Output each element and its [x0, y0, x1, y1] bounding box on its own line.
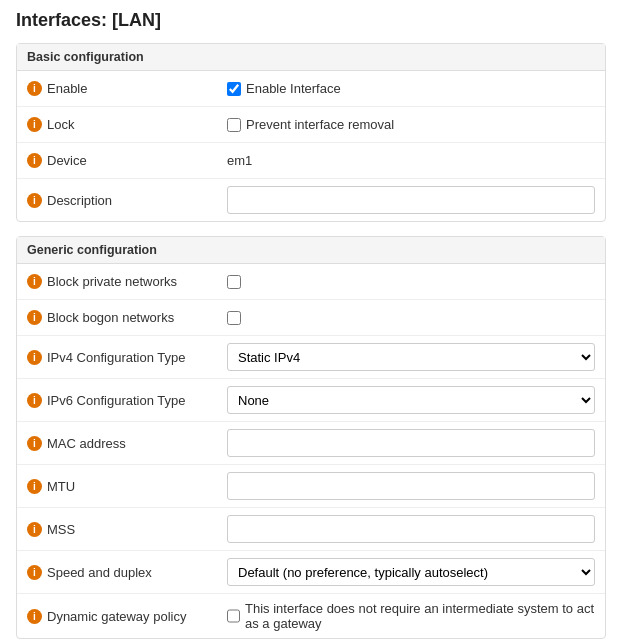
basic-config-section: Basic configuration i Enable Enable Inte… — [16, 43, 606, 222]
speed-duplex-select[interactable]: Default (no preference, typically autose… — [227, 558, 595, 586]
enable-info-icon[interactable]: i — [27, 81, 42, 96]
ipv4-config-type-row: i IPv4 Configuration Type None Static IP… — [17, 336, 605, 379]
basic-config-header: Basic configuration — [17, 44, 605, 71]
block-private-checkbox[interactable] — [227, 275, 241, 289]
mac-address-label-col: i MAC address — [27, 436, 227, 451]
ipv4-config-type-info-icon[interactable]: i — [27, 350, 42, 365]
mss-input[interactable] — [227, 515, 595, 543]
dynamic-gateway-checkbox-text: This interface does not require an inter… — [245, 601, 595, 631]
description-label: Description — [47, 193, 112, 208]
block-private-row: i Block private networks — [17, 264, 605, 300]
ipv6-config-type-info-icon[interactable]: i — [27, 393, 42, 408]
description-row: i Description — [17, 179, 605, 221]
generic-config-section: Generic configuration i Block private ne… — [16, 236, 606, 639]
mtu-label: MTU — [47, 479, 75, 494]
block-bogon-row: i Block bogon networks — [17, 300, 605, 336]
mtu-input[interactable] — [227, 472, 595, 500]
description-control — [227, 186, 595, 214]
device-label: Device — [47, 153, 87, 168]
page-title: Interfaces: [LAN] — [16, 10, 606, 31]
speed-duplex-row: i Speed and duplex Default (no preferenc… — [17, 551, 605, 594]
generic-config-header: Generic configuration — [17, 237, 605, 264]
speed-duplex-label-col: i Speed and duplex — [27, 565, 227, 580]
description-input[interactable] — [227, 186, 595, 214]
enable-checkbox-label[interactable]: Enable Interface — [227, 81, 341, 96]
enable-control: Enable Interface — [227, 81, 595, 96]
block-bogon-label: Block bogon networks — [47, 310, 174, 325]
speed-duplex-info-icon[interactable]: i — [27, 565, 42, 580]
lock-checkbox-text: Prevent interface removal — [246, 117, 394, 132]
enable-row: i Enable Enable Interface — [17, 71, 605, 107]
block-private-control — [227, 275, 595, 289]
dynamic-gateway-label-col: i Dynamic gateway policy — [27, 609, 227, 624]
ipv6-config-type-label: IPv6 Configuration Type — [47, 393, 186, 408]
mac-address-info-icon[interactable]: i — [27, 436, 42, 451]
device-label-col: i Device — [27, 153, 227, 168]
block-bogon-info-icon[interactable]: i — [27, 310, 42, 325]
mss-label-col: i MSS — [27, 522, 227, 537]
dynamic-gateway-checkbox-label[interactable]: This interface does not require an inter… — [227, 601, 595, 631]
mss-label: MSS — [47, 522, 75, 537]
ipv4-config-type-control: None Static IPv4 DHCP PPPoE — [227, 343, 595, 371]
block-bogon-label-col: i Block bogon networks — [27, 310, 227, 325]
mss-info-icon[interactable]: i — [27, 522, 42, 537]
mac-address-control — [227, 429, 595, 457]
block-bogon-checkbox[interactable] — [227, 311, 241, 325]
ipv4-config-type-label: IPv4 Configuration Type — [47, 350, 186, 365]
ipv4-config-type-label-col: i IPv4 Configuration Type — [27, 350, 227, 365]
ipv6-config-type-control: None Static IPv6 DHCPv6 SLAAC Track Inte… — [227, 386, 595, 414]
lock-info-icon[interactable]: i — [27, 117, 42, 132]
mtu-label-col: i MTU — [27, 479, 227, 494]
enable-label: Enable — [47, 81, 87, 96]
device-control: em1 — [227, 153, 595, 168]
mac-address-input[interactable] — [227, 429, 595, 457]
device-row: i Device em1 — [17, 143, 605, 179]
lock-checkbox[interactable] — [227, 118, 241, 132]
mtu-info-icon[interactable]: i — [27, 479, 42, 494]
dynamic-gateway-control: This interface does not require an inter… — [227, 601, 595, 631]
mtu-row: i MTU — [17, 465, 605, 508]
device-info-icon[interactable]: i — [27, 153, 42, 168]
block-bogon-control — [227, 311, 595, 325]
block-private-info-icon[interactable]: i — [27, 274, 42, 289]
lock-label: Lock — [47, 117, 74, 132]
description-info-icon[interactable]: i — [27, 193, 42, 208]
lock-checkbox-label[interactable]: Prevent interface removal — [227, 117, 394, 132]
speed-duplex-label: Speed and duplex — [47, 565, 152, 580]
device-value: em1 — [227, 153, 252, 168]
lock-label-col: i Lock — [27, 117, 227, 132]
enable-checkbox-text: Enable Interface — [246, 81, 341, 96]
dynamic-gateway-row: i Dynamic gateway policy This interface … — [17, 594, 605, 638]
lock-control: Prevent interface removal — [227, 117, 595, 132]
ipv4-config-type-select[interactable]: None Static IPv4 DHCP PPPoE — [227, 343, 595, 371]
enable-label-col: i Enable — [27, 81, 227, 96]
mtu-control — [227, 472, 595, 500]
ipv6-config-type-row: i IPv6 Configuration Type None Static IP… — [17, 379, 605, 422]
mac-address-row: i MAC address — [17, 422, 605, 465]
speed-duplex-control: Default (no preference, typically autose… — [227, 558, 595, 586]
page: Interfaces: [LAN] Basic configuration i … — [0, 0, 622, 639]
mac-address-label: MAC address — [47, 436, 126, 451]
block-private-label-col: i Block private networks — [27, 274, 227, 289]
block-private-label: Block private networks — [47, 274, 177, 289]
enable-checkbox[interactable] — [227, 82, 241, 96]
dynamic-gateway-checkbox[interactable] — [227, 609, 240, 623]
mss-row: i MSS — [17, 508, 605, 551]
mss-control — [227, 515, 595, 543]
dynamic-gateway-label: Dynamic gateway policy — [47, 609, 186, 624]
ipv6-config-type-label-col: i IPv6 Configuration Type — [27, 393, 227, 408]
dynamic-gateway-info-icon[interactable]: i — [27, 609, 42, 624]
lock-row: i Lock Prevent interface removal — [17, 107, 605, 143]
ipv6-config-type-select[interactable]: None Static IPv6 DHCPv6 SLAAC Track Inte… — [227, 386, 595, 414]
description-label-col: i Description — [27, 193, 227, 208]
